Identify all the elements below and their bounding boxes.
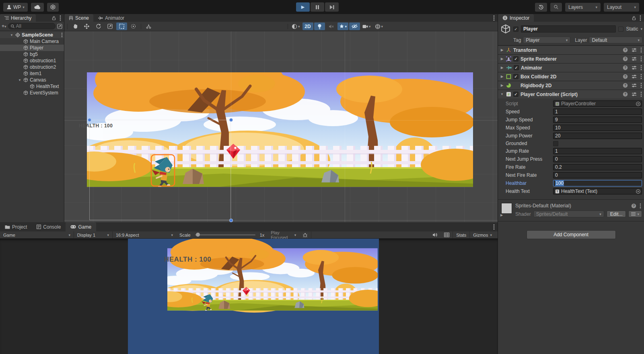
foldout-arrow-icon[interactable]: ▼: [18, 78, 22, 82]
next-jump-press-input[interactable]: 0: [553, 156, 642, 162]
kebab-menu-icon[interactable]: [61, 33, 63, 37]
component-enabled-checkbox[interactable]: ✓: [514, 65, 519, 70]
audio-mute-button[interactable]: [326, 23, 337, 30]
rect-anchor-handle[interactable]: [88, 118, 91, 122]
jump-power-input[interactable]: 20: [553, 133, 642, 139]
jump-rate-input[interactable]: 1: [553, 148, 642, 154]
component-box-collider-2d[interactable]: ▶ ✓ Box Collider 2D: [498, 72, 644, 81]
pause-button[interactable]: [311, 2, 324, 12]
foldout-arrow-icon[interactable]: ▶: [500, 75, 504, 78]
tag-dropdown[interactable]: Player▾: [523, 37, 570, 43]
hierarchy-search-input[interactable]: All: [8, 23, 56, 29]
undo-history-button[interactable]: [535, 3, 547, 12]
health-text-object-field[interactable]: T HealthText (Text): [553, 188, 642, 194]
display-target-dropdown[interactable]: Display 1▾: [74, 231, 112, 238]
add-component-button[interactable]: Add Component: [527, 230, 616, 239]
active-checkbox[interactable]: ✓: [513, 27, 518, 32]
create-object-button[interactable]: +▾: [2, 23, 6, 29]
kebab-menu-icon[interactable]: [60, 15, 61, 21]
search-button[interactable]: [550, 3, 562, 12]
hierarchy-item-canvas[interactable]: ▼ Canvas: [0, 77, 64, 83]
help-icon[interactable]: [623, 92, 628, 97]
kebab-menu-icon[interactable]: [640, 65, 642, 70]
scene-lighting-button[interactable]: [314, 23, 325, 30]
hierarchy-item-obstruction1[interactable]: obstruction1: [0, 57, 64, 64]
rotate-tool-button[interactable]: [93, 23, 104, 30]
tab-scene[interactable]: Scene: [64, 14, 93, 22]
jump-speed-input[interactable]: 9: [553, 117, 642, 123]
custom-tool-button[interactable]: [143, 23, 154, 30]
scene-visibility-button[interactable]: [349, 23, 360, 30]
kebab-menu-icon[interactable]: [493, 15, 495, 21]
healthbar-input[interactable]: 100: [553, 180, 642, 186]
shader-dropdown[interactable]: Sprites/Default▾: [533, 211, 604, 217]
help-icon[interactable]: [623, 83, 628, 88]
hierarchy-item-eventsystem[interactable]: EventSystem: [0, 90, 64, 96]
game-gizmos-dropdown[interactable]: Gizmos▾: [470, 231, 498, 238]
foldout-arrow-icon[interactable]: ▶: [500, 57, 504, 61]
tab-hierarchy[interactable]: Hierarchy: [0, 14, 36, 22]
presets-icon[interactable]: [632, 56, 637, 61]
account-button[interactable]: WP ▾: [3, 3, 28, 12]
help-icon[interactable]: [623, 65, 628, 70]
help-icon[interactable]: [623, 74, 628, 79]
kebab-menu-icon[interactable]: [640, 56, 642, 61]
kebab-menu-icon[interactable]: [640, 15, 641, 21]
object-picker-icon[interactable]: [636, 101, 641, 106]
kebab-menu-icon[interactable]: [640, 92, 642, 97]
kebab-menu-icon[interactable]: [640, 203, 641, 209]
kebab-menu-icon[interactable]: [493, 224, 495, 230]
component-sprite-renderer[interactable]: ▶ ✓ Sprite Renderer: [498, 54, 644, 63]
hierarchy-item-bg5[interactable]: bg5: [0, 51, 64, 57]
tab-game[interactable]: Game: [66, 222, 96, 231]
presets-icon[interactable]: [632, 65, 637, 70]
static-checkbox[interactable]: [618, 27, 623, 32]
material-foldout-arrow-icon[interactable]: ▶: [500, 213, 504, 217]
play-button[interactable]: ▶: [296, 2, 310, 12]
material-preview-swatch[interactable]: [501, 203, 512, 214]
rect-anchor-handle[interactable]: [229, 118, 233, 122]
camera-settings-dropdown[interactable]: ▾: [361, 23, 372, 30]
2d-mode-button[interactable]: 2D: [302, 23, 313, 30]
presets-icon[interactable]: [632, 74, 637, 79]
script-object-field[interactable]: # PlayerController: [553, 100, 642, 107]
foldout-arrow-icon[interactable]: ▶: [500, 48, 504, 52]
component-transform[interactable]: ▶ Transform: [498, 45, 644, 54]
max-speed-input[interactable]: 10: [553, 125, 642, 131]
tab-inspector[interactable]: Inspector: [498, 14, 534, 22]
layers-dropdown[interactable]: Layers▾: [565, 3, 601, 12]
effects-dropdown[interactable]: ▾: [337, 23, 349, 30]
scale-slider-handle[interactable]: [196, 233, 200, 237]
scene-viewport[interactable]: HEALTH : 100: [64, 31, 498, 222]
play-focused-dropdown[interactable]: Play Focused▾: [267, 231, 299, 238]
tab-animator[interactable]: Animator: [93, 14, 129, 22]
gameobject-cube-icon[interactable]: [500, 24, 511, 34]
tab-console[interactable]: Console: [32, 222, 66, 231]
grounded-checkbox[interactable]: [553, 141, 558, 146]
lock-icon[interactable]: [51, 16, 56, 20]
lock-icon[interactable]: [632, 16, 636, 20]
component-enabled-checkbox[interactable]: ✓: [513, 56, 518, 61]
hierarchy-item-player[interactable]: Player: [0, 45, 64, 51]
hand-tool-button[interactable]: [70, 23, 80, 30]
foldout-arrow-icon[interactable]: ▼: [10, 33, 14, 37]
rect-anchor-handle[interactable]: [229, 219, 233, 222]
gizmos-toggle-button[interactable]: ▾: [373, 23, 385, 30]
object-picker-icon[interactable]: [636, 189, 641, 194]
kebab-menu-icon[interactable]: [640, 47, 642, 53]
tab-project[interactable]: Project: [0, 222, 32, 231]
help-icon[interactable]: [631, 203, 636, 209]
component-enabled-checkbox[interactable]: ✓: [513, 92, 518, 97]
hierarchy-item-item1[interactable]: item1: [0, 70, 64, 77]
game-viewport[interactable]: HEALTH : 100: [0, 239, 498, 354]
foldout-arrow-icon[interactable]: ▶: [500, 66, 504, 70]
foldout-arrow-icon[interactable]: ▶: [500, 84, 504, 87]
shader-menu-button[interactable]: ▾: [628, 211, 642, 217]
stats-button[interactable]: Stats: [453, 231, 469, 238]
kebab-menu-icon[interactable]: [640, 83, 642, 88]
component-animator[interactable]: ▶ ✓ Animator: [498, 63, 644, 72]
move-tool-button[interactable]: [81, 23, 92, 30]
version-control-button[interactable]: [47, 3, 59, 12]
component-enabled-checkbox[interactable]: ✓: [513, 74, 518, 79]
component-player-controller[interactable]: ▼ # ✓ Player Controller (Script): [498, 90, 644, 98]
